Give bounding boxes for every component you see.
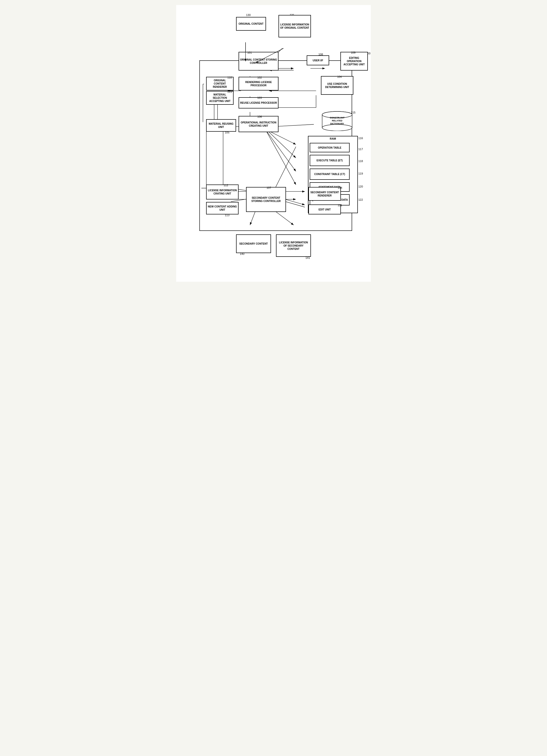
num-105: 105 bbox=[225, 131, 229, 134]
num-130: 130 bbox=[246, 13, 250, 16]
license-info-creating-label: LICENSE INFORMATION CRATING UNIT bbox=[207, 189, 237, 195]
num-114: 114 bbox=[338, 186, 342, 189]
operation-table-label: OPERATION TABLE bbox=[318, 146, 342, 149]
constraint-dictionary-box: CONSTRAINTRELATEDDICTIONARY bbox=[321, 111, 353, 131]
license-original-label: LICENSE INFORMATION OF ORIGINAL CONTENT bbox=[280, 23, 310, 29]
new-content-adding-box: NEW CONTENT ADDING UNIT bbox=[206, 202, 238, 214]
svg-line-25 bbox=[266, 129, 296, 158]
use-condition-box: USE CONDITION DETERMINING UNIT bbox=[321, 76, 353, 95]
material-selection-label: MATERIAL SELECTION ACCEPTING UNIT bbox=[207, 93, 232, 103]
svg-line-26 bbox=[266, 130, 296, 171]
original-content-box: ORIGINAL CONTENT bbox=[236, 17, 266, 31]
operational-instruction-label: OPERATIONAL INSTRUCTION CREATING UNIT bbox=[240, 121, 277, 127]
execute-table-box: EXECUTE TABLE (ET) bbox=[310, 155, 350, 166]
num-101: 101 bbox=[247, 51, 252, 54]
num-109: 109 bbox=[351, 51, 355, 54]
original-content-label: ORIGINAL CONTENT bbox=[238, 22, 263, 25]
rendering-license-label: RENDERING LICENSE PROCESSOR bbox=[240, 81, 277, 87]
license-info-creating-box: LICENSE INFORMATION CRATING UNIT bbox=[206, 185, 238, 199]
num-122: 122 bbox=[358, 198, 363, 201]
num-102: 102 bbox=[257, 76, 262, 79]
secondary-content-out-label: SECONDARY CONTENT bbox=[239, 242, 268, 245]
constraint-table-label: CONSTRAINT TABLE (CT) bbox=[314, 173, 345, 176]
num-121: 121 bbox=[338, 204, 342, 207]
original-storing-label: ORIGINAL CONTENT STORING CONTROLLER bbox=[240, 58, 277, 65]
svg-line-17 bbox=[274, 124, 314, 127]
secondary-content-storing-box: SECONDARY CONTENT STORING CONTROLLER bbox=[246, 187, 286, 212]
ram-group-box: RAM OPERATION TABLE EXECUTE TABLE (ET) C… bbox=[308, 136, 358, 213]
svg-point-41 bbox=[322, 124, 352, 131]
edit-unit-box: EDIT UNIT bbox=[309, 204, 341, 214]
secondary-content-out-box: SECONDARY CONTENT bbox=[236, 234, 271, 253]
new-content-adding-label: NEW CONTENT ADDING UNIT bbox=[207, 205, 237, 211]
reuse-license-label: REUSE LICENSE PROCESSOR bbox=[240, 101, 277, 104]
original-content-storing-box: ORIGINAL CONTENT STORING CONTROLLER bbox=[238, 52, 279, 71]
num-108: 108 bbox=[319, 53, 323, 56]
num-140: 140 bbox=[240, 252, 244, 255]
constraint-table-box: CONSTRAINT TABLE (CT) bbox=[310, 169, 350, 180]
num-106: 106 bbox=[257, 115, 262, 118]
num-107: 107 bbox=[266, 186, 271, 189]
execute-table-label: EXECUTE TABLE (ET) bbox=[317, 159, 343, 162]
editing-operation-box: EDITING OPERATION ACCEPTING UNIT bbox=[341, 52, 368, 71]
num-113: 113 bbox=[225, 214, 229, 217]
num-103: 103 bbox=[257, 96, 262, 99]
material-reusing-box: MATERIAL REUSING UNIT bbox=[206, 119, 236, 132]
svg-line-27 bbox=[266, 130, 296, 185]
num-110: 110 bbox=[227, 76, 232, 79]
num-118: 118 bbox=[358, 160, 363, 163]
user-if-label: USER I/F bbox=[313, 59, 323, 62]
use-condition-label: USE CONDITION DETERMINING UNIT bbox=[323, 82, 352, 89]
license-secondary-box: LICENSE INFORMATION OF SECONDARY CONTENT bbox=[276, 234, 311, 257]
secondary-renderer-box: SECONDARY CONTENT RENDERER bbox=[309, 187, 341, 201]
num-116: 116 bbox=[358, 137, 363, 140]
user-if-box: USER I/F bbox=[307, 55, 329, 65]
num-141: 141 bbox=[306, 256, 310, 259]
secondary-storing-label: SECONDARY CONTENT STORING CONTROLLER bbox=[247, 196, 285, 203]
num-119: 119 bbox=[358, 172, 363, 175]
num-112: 112 bbox=[223, 184, 228, 187]
editing-operation-label: EDITING OPERATION ACCEPTING UNIT bbox=[342, 56, 366, 66]
operation-table-box: OPERATION TABLE bbox=[310, 143, 350, 152]
ram-label: RAM bbox=[309, 136, 357, 141]
operational-instruction-box: OPERATIONAL INSTRUCTION CREATING UNIT bbox=[238, 116, 279, 132]
num-117: 117 bbox=[358, 148, 363, 151]
edit-unit-label: EDIT UNIT bbox=[319, 208, 331, 211]
num-120: 120 bbox=[358, 185, 363, 188]
original-renderer-label: ORIGINAL CONTENT RENDERER bbox=[207, 79, 232, 89]
diagram: 130 131 100 ORIGINAL CONTENT LICENSE INF… bbox=[186, 12, 361, 274]
num-104: 104 bbox=[337, 75, 342, 78]
num-115: 115 bbox=[351, 111, 355, 114]
material-reusing-label: MATERIAL REUSING UNIT bbox=[207, 122, 234, 129]
page: 130 131 100 ORIGINAL CONTENT LICENSE INF… bbox=[176, 5, 371, 282]
license-secondary-label: LICENSE INFORMATION OF SECONDARY CONTENT bbox=[278, 241, 310, 251]
license-original-box: LICENSE INFORMATION OF ORIGINAL CONTENT bbox=[279, 15, 311, 37]
num-111: 111 bbox=[227, 90, 232, 93]
secondary-renderer-label: SECONDARY CONTENT RENDERER bbox=[310, 191, 340, 197]
svg-line-30 bbox=[274, 147, 296, 191]
